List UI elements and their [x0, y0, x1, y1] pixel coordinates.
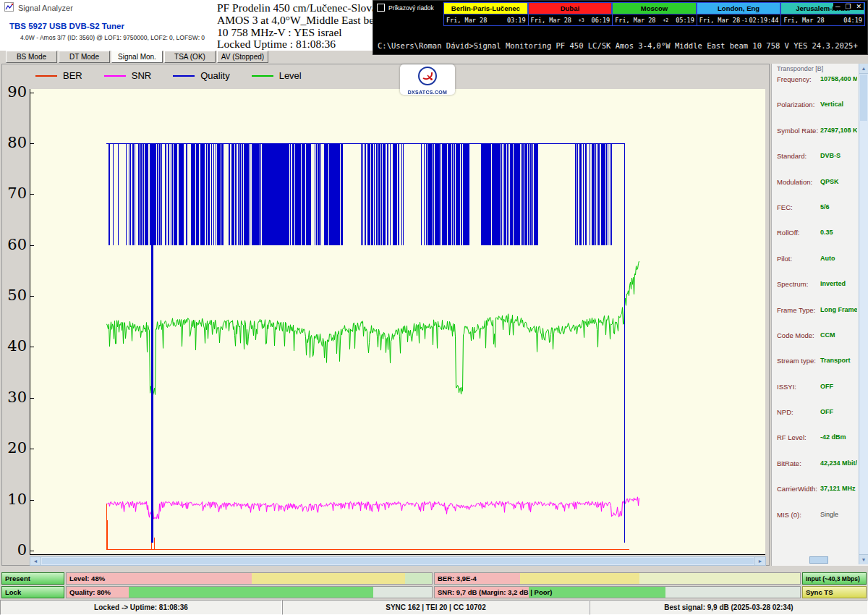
scroll-up-icon[interactable]: ▲	[859, 64, 868, 74]
transponder-value: DVB-S	[820, 152, 841, 159]
transponder-row-pilot: Pilot:Auto	[777, 255, 857, 280]
transponder-value: 27497,108 KS/s	[820, 127, 857, 134]
tuner-detail: 4.0W - Amos 3/7 (ID: 3560) @ LOF1: 97500…	[20, 34, 205, 41]
scroll-right-icon[interactable]: ►	[754, 557, 765, 565]
transponder-row-rf-level: RF Level:-42 dBm	[777, 433, 857, 459]
world-clock-berlin-paris-lu-enec: Berlin-Paris-LučenecFri, Mar 2803:19	[443, 2, 528, 27]
scrollbar-thumb[interactable]	[42, 558, 754, 564]
transponder-panel: Transponder [B] Frequency:10758,400 MHzP…	[771, 64, 868, 566]
mode-tabbar: BS ModeDT ModeSignal Mon.TSA (OK)AV (Sto…	[6, 51, 268, 64]
gauge-label: Level: 48%	[69, 574, 105, 582]
y-axis-label: 60	[4, 236, 27, 253]
console-window-controls: ─ ❐ ✕	[833, 3, 864, 10]
console-titlebar: Príkazový riadok	[377, 4, 434, 12]
world-clock-moscow: MoscowFri, Mar 28+205:19	[612, 2, 697, 27]
transponder-row-stream-type: Stream type:Transport	[777, 357, 857, 382]
transponder-row-bitrate: BitRate:42,234 Mbit/s	[777, 459, 857, 485]
transponder-value: 10758,400 MHz	[820, 75, 857, 82]
transponder-label: BitRate:	[777, 459, 801, 467]
panel-mini-scrollbar[interactable]	[809, 556, 828, 564]
legend-label: SNR	[132, 70, 151, 81]
tab-dt-mode[interactable]: DT Mode	[59, 51, 110, 63]
snr-gauge: SNR: 9,7 dB (Margin: 3,2 dB | Poor)	[434, 586, 801, 598]
transponder-row-code-mode: Code Mode:CCM	[777, 331, 857, 357]
clock-datetime: Fri, Mar 28+306:19	[528, 14, 613, 26]
transponder-scrollbar[interactable]: ▲ ▼	[859, 64, 868, 564]
transponder-label: Modulation:	[777, 178, 812, 186]
transponder-label: Spectrum:	[777, 280, 808, 288]
site-info-line: 10 758 MHz-V : YES israel	[217, 27, 370, 39]
clock-datetime: Fri, Mar 28-102:19:44	[697, 14, 781, 26]
transponder-row-symbol-rate: Symbol Rate:27497,108 KS/s	[777, 127, 857, 152]
site-info-line: Locked Uptime : 81:08:36	[217, 38, 370, 51]
transponder-row-modulation: Modulation:QPSK	[777, 178, 857, 203]
tab-signal-mon[interactable]: Signal Mon.	[111, 51, 163, 63]
transponder-label: Frequency:	[777, 75, 812, 83]
gauge-segment	[405, 573, 432, 584]
signal-analyzer-app: Signal Analyzer TBS 5927 USB DVB-S2 Tune…	[0, 0, 868, 615]
signal-chart	[30, 89, 765, 555]
clock-datetime: Fri, Mar 28+205:19	[612, 14, 697, 26]
transponder-label: ISSYI:	[777, 383, 796, 391]
minimize-icon[interactable]: ─	[835, 3, 840, 10]
chart-panel: BERSNRQualityLevel DXSATCS.COM ◄ ► 01020…	[1, 64, 770, 566]
transponder-label: MIS (0):	[777, 511, 801, 519]
scrollbar-thumb[interactable]	[860, 75, 867, 121]
transponder-value: CCM	[820, 331, 835, 339]
gauge-label: SNR: 9,7 dB (Margin: 3,2 dB | Poor)	[438, 588, 552, 596]
transponder-label: Standard:	[777, 152, 807, 160]
console-prompt[interactable]: C:\Users\Roman Dávid>Signal Monitoring_P…	[378, 41, 864, 50]
transponder-label: CarrierWidth:	[777, 485, 817, 493]
transponder-value: Auto	[820, 255, 835, 262]
clock-city-label: Moscow	[612, 2, 697, 14]
y-axis-label: 30	[4, 389, 27, 406]
gauge-segment	[520, 573, 640, 584]
transponder-row-fec: FEC:5/6	[777, 203, 857, 229]
tab-av-stopped[interactable]: AV (Stopped)	[217, 51, 268, 63]
clock-datetime: Fri, Mar 2804:19	[780, 14, 865, 26]
transponder-value: 0.35	[820, 229, 833, 236]
transponder-row-frame-type: Frame Type:Long Frame	[777, 306, 857, 331]
site-info-line: AMOS 3 at 4,0°W_Middle East beam	[217, 14, 370, 27]
transponder-label: Frame Type:	[777, 306, 815, 314]
gauge-segment	[639, 573, 800, 584]
scroll-left-icon[interactable]: ◄	[30, 557, 41, 565]
close-icon[interactable]: ✕	[856, 3, 861, 10]
legend-item-level: Level	[252, 70, 302, 81]
transponder-label: RollOff:	[777, 229, 800, 237]
gauge-segment	[129, 587, 373, 598]
level-gauge: Level: 48%	[66, 572, 433, 585]
transponder-value: Inverted	[820, 280, 846, 287]
legend-item-quality: Quality	[173, 70, 229, 81]
legend-line-icon	[35, 75, 57, 77]
legend-label: Level	[279, 70, 302, 81]
y-axis-label: 10	[4, 491, 27, 508]
transponder-value: OFF	[820, 383, 833, 390]
transponder-value: -42 dBm	[820, 433, 846, 441]
world-clock-london-eng: London, EngFri, Mar 28-102:19:44	[697, 2, 781, 27]
transponder-value: 37,121 MHz	[820, 485, 856, 492]
chart-horizontal-scrollbar[interactable]: ◄ ►	[30, 556, 766, 566]
legend-label: Quality	[200, 70, 229, 81]
transponder-value: Long Frame	[820, 306, 857, 313]
satellite-logo-icon	[417, 65, 438, 87]
gauge-segment	[665, 587, 800, 598]
console-title: Príkazový riadok	[388, 4, 434, 12]
transponder-row-frequency: Frequency:10758,400 MHz	[777, 75, 857, 101]
statusbar-sync-counters: SYNC 162 | TEI 20 | CC 10702	[282, 600, 590, 615]
y-axis-label: 50	[4, 287, 27, 304]
tab-tsa-ok[interactable]: TSA (OK)	[164, 51, 216, 63]
tab-bs-mode[interactable]: BS Mode	[6, 51, 57, 63]
transponder-value: OFF	[820, 408, 833, 415]
world-clock-table: Berlin-Paris-LučenecFri, Mar 2803:19Duba…	[443, 2, 865, 27]
transponder-label: NPD:	[777, 408, 793, 416]
sync-ts-indicator: Sync TS	[802, 586, 867, 598]
maximize-icon[interactable]: ❐	[845, 3, 851, 10]
gauge-label: BER: 3,9E-4	[438, 574, 477, 582]
transponder-row-spectrum: Spectrum:Inverted	[777, 280, 857, 305]
transponder-label: FEC:	[777, 203, 793, 211]
scroll-down-icon[interactable]: ▼	[859, 554, 868, 564]
y-axis-label: 0	[4, 541, 27, 559]
transponder-row-polarization: Polarization:Vertical	[777, 101, 857, 126]
present-indicator: Present	[1, 572, 64, 585]
